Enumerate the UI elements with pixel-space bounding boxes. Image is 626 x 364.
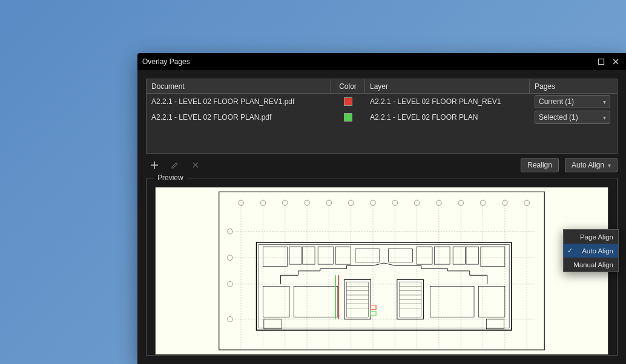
table-row[interactable]: A2.2.1 - LEVEL 02 FLOOR PLAN_REV1.pdf A2… <box>147 94 617 109</box>
pages-dropdown[interactable]: Current (1) ▾ <box>535 95 610 108</box>
color-swatch-green[interactable] <box>344 113 352 122</box>
align-option-auto[interactable]: ✓ Auto Align <box>564 244 618 258</box>
color-cell[interactable] <box>331 94 365 109</box>
pages-dropdown[interactable]: Selected (1) ▾ <box>535 111 610 124</box>
svg-rect-0 <box>599 59 604 65</box>
chevron-down-icon: ▾ <box>603 114 606 121</box>
chevron-down-icon: ▾ <box>608 162 611 169</box>
table-header: Document Color Layer Pages <box>147 79 617 94</box>
button-label: Realign <box>527 161 552 169</box>
document-cell: A2.2.1 - LEVEL 02 FLOOR PLAN.pdf <box>147 109 331 125</box>
pages-cell: Selected (1) ▾ <box>530 109 617 125</box>
documents-table: Document Color Layer Pages A2.2.1 - LEVE… <box>146 79 618 154</box>
preview-canvas[interactable] <box>155 187 608 355</box>
dialog-title: Overlay Pages <box>142 57 592 66</box>
pages-value: Selected (1) <box>539 113 578 122</box>
preview-fieldset: Preview <box>146 178 618 356</box>
maximize-icon[interactable] <box>596 56 607 67</box>
realign-button[interactable]: Realign <box>521 158 559 172</box>
edit-icon[interactable] <box>170 160 180 170</box>
option-label: Page Align <box>580 233 613 241</box>
titlebar: Overlay Pages <box>137 53 626 70</box>
column-header-layer[interactable]: Layer <box>365 79 530 93</box>
align-option-manual[interactable]: Manual Align <box>564 258 618 271</box>
dialog-content: Document Color Layer Pages A2.2.1 - LEVE… <box>137 70 626 364</box>
table-row[interactable]: A2.2.1 - LEVEL 02 FLOOR PLAN.pdf A2.2.1 … <box>147 109 617 125</box>
document-cell: A2.2.1 - LEVEL 02 FLOOR PLAN_REV1.pdf <box>147 94 331 109</box>
option-label: Manual Align <box>573 261 613 268</box>
delete-icon[interactable] <box>191 160 200 170</box>
column-header-color[interactable]: Color <box>331 79 365 93</box>
chevron-down-icon: ▾ <box>603 99 606 105</box>
align-menu: Page Align ✓ Auto Align Manual Align <box>563 229 619 272</box>
svg-rect-1 <box>219 192 544 349</box>
pages-cell: Current (1) ▾ <box>530 94 617 109</box>
color-swatch-red[interactable] <box>344 97 352 106</box>
pages-value: Current (1) <box>539 97 574 106</box>
preview-label: Preview <box>154 174 187 182</box>
overlay-pages-dialog: Overlay Pages Document Color Layer Pages… <box>137 53 626 364</box>
column-header-document[interactable]: Document <box>147 79 331 93</box>
row-tools <box>146 160 200 170</box>
column-header-pages[interactable]: Pages <box>530 79 617 93</box>
close-icon[interactable] <box>610 56 621 67</box>
option-label: Auto Align <box>582 247 613 255</box>
check-icon: ✓ <box>567 247 573 255</box>
add-icon[interactable] <box>150 160 159 170</box>
floor-plan-preview <box>156 187 608 354</box>
auto-align-dropdown-button[interactable]: Auto Align ▾ <box>565 158 618 172</box>
align-option-page[interactable]: Page Align <box>564 230 618 244</box>
layer-cell: A2.2.1 - LEVEL 02 FLOOR PLAN_REV1 <box>365 94 530 109</box>
color-cell[interactable] <box>331 109 365 125</box>
button-label: Auto Align <box>572 161 604 169</box>
toolbar: Realign Auto Align ▾ <box>146 154 618 177</box>
layer-cell: A2.2.1 - LEVEL 02 FLOOR PLAN <box>365 109 530 125</box>
